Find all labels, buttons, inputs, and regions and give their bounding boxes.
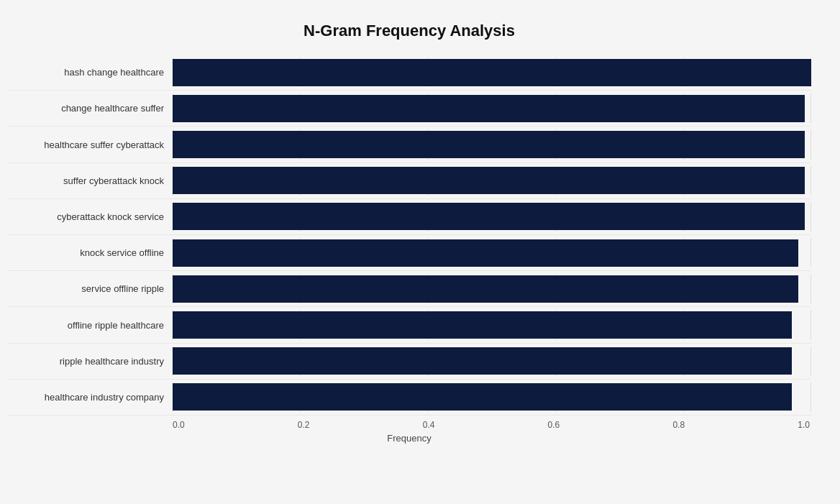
grid-line	[811, 310, 811, 339]
grid-line	[811, 347, 811, 376]
grid-line	[811, 274, 811, 303]
chart-area: hash change healthcarechange healthcare …	[7, 55, 811, 444]
bar-row: service offline ripple	[7, 271, 811, 307]
bar-row: suffer cyberattack knock	[7, 163, 811, 199]
x-tick: 1.0	[798, 420, 810, 430]
bar-fill	[173, 131, 805, 158]
bar-label: suffer cyberattack knock	[7, 175, 173, 186]
bar-fill	[173, 59, 811, 86]
grid-line	[811, 382, 811, 412]
bar-row: cyberattack knock service	[7, 199, 811, 235]
bar-label: cyberattack knock service	[7, 211, 173, 222]
grid-line	[811, 129, 811, 159]
bar-fill	[173, 383, 792, 411]
bar-fill	[173, 203, 805, 230]
chart-title: N-Gram Frequency Analysis	[7, 14, 811, 40]
bar-track	[173, 93, 811, 123]
x-axis-label: Frequency	[7, 433, 811, 444]
bar-label: knock service offline	[7, 247, 173, 258]
bar-row: knock service offline	[7, 235, 811, 271]
x-tick: 0.0	[173, 420, 185, 430]
bar-track	[173, 382, 811, 412]
bar-track	[173, 166, 811, 196]
bar-label: ripple healthcare industry	[7, 356, 173, 367]
bar-label: offline ripple healthcare	[7, 320, 173, 331]
grid-line	[811, 238, 811, 267]
bar-track	[173, 347, 811, 376]
x-tick: 0.6	[548, 420, 560, 430]
bars-area: hash change healthcarechange healthcare …	[7, 55, 811, 416]
grid-line	[811, 93, 811, 123]
bar-fill	[173, 95, 805, 122]
bar-fill	[173, 275, 798, 303]
bar-label: hash change healthcare	[7, 67, 173, 78]
bar-label: healthcare industry company	[7, 392, 173, 403]
bar-row: change healthcare suffer	[7, 91, 811, 127]
bar-label: change healthcare suffer	[7, 103, 173, 114]
bar-fill	[173, 347, 792, 375]
x-tick: 0.2	[298, 420, 310, 430]
bar-row: offline ripple healthcare	[7, 307, 811, 343]
bar-row: hash change healthcare	[7, 55, 811, 91]
chart-container: N-Gram Frequency Analysis hash change he…	[0, 0, 840, 504]
x-tick: 0.4	[423, 420, 435, 430]
bar-row: ripple healthcare industry	[7, 344, 811, 380]
bar-row: healthcare suffer cyberattack	[7, 127, 811, 162]
bar-track	[173, 310, 811, 339]
bar-fill	[173, 311, 792, 339]
bar-fill	[173, 239, 798, 267]
bar-track	[173, 58, 811, 87]
bar-fill	[173, 167, 805, 194]
bar-track	[173, 238, 811, 267]
grid-line	[811, 202, 811, 232]
bar-label: service offline ripple	[7, 283, 173, 294]
x-axis: 0.00.20.40.60.81.0	[173, 416, 811, 430]
x-tick: 0.8	[672, 420, 685, 430]
bar-label: healthcare suffer cyberattack	[7, 139, 173, 150]
bar-track	[173, 202, 811, 232]
grid-line	[811, 166, 811, 196]
bar-row: healthcare industry company	[7, 380, 811, 416]
bar-track	[173, 274, 811, 303]
bar-track	[173, 129, 811, 159]
